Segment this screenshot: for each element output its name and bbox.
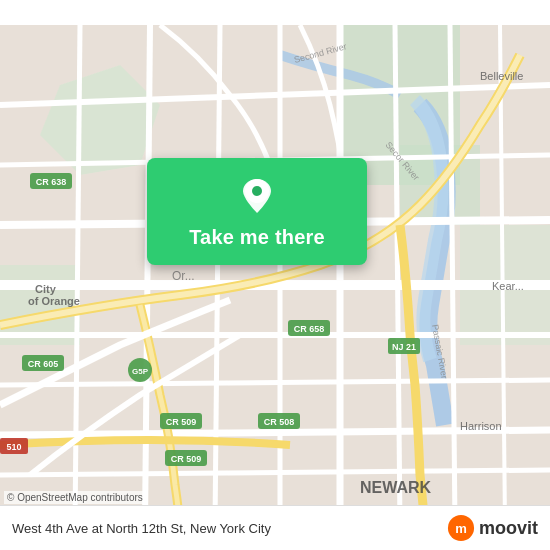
svg-text:CR 605: CR 605: [28, 359, 59, 369]
svg-text:m: m: [455, 521, 467, 536]
svg-text:NJ 21: NJ 21: [392, 342, 416, 352]
cta-card[interactable]: Take me there: [147, 158, 367, 265]
moovit-logo-text: moovit: [479, 518, 538, 539]
svg-text:NEWARK: NEWARK: [360, 479, 432, 496]
svg-text:Belleville: Belleville: [480, 70, 523, 82]
svg-text:Harrison: Harrison: [460, 420, 502, 432]
svg-text:CR 638: CR 638: [36, 177, 67, 187]
location-pin-icon: [235, 174, 279, 218]
svg-text:CR 509: CR 509: [166, 417, 197, 427]
svg-text:510: 510: [6, 442, 21, 452]
svg-text:of Orange: of Orange: [28, 295, 80, 307]
bottom-bar: West 4th Ave at North 12th St, New York …: [0, 505, 550, 550]
location-label: West 4th Ave at North 12th St, New York …: [12, 521, 271, 536]
map-background: CR 638 CR 605 CR 658 CR 509 CR 508 G5P N…: [0, 0, 550, 550]
svg-text:Or...: Or...: [172, 269, 195, 283]
svg-text:CR 658: CR 658: [294, 324, 325, 334]
svg-point-51: [252, 186, 262, 196]
svg-text:City: City: [35, 283, 57, 295]
map-attribution: © OpenStreetMap contributors: [4, 491, 146, 504]
svg-text:Kear...: Kear...: [492, 280, 524, 292]
svg-text:CR 509: CR 509: [171, 454, 202, 464]
svg-text:CR 508: CR 508: [264, 417, 295, 427]
moovit-logo: m moovit: [447, 514, 538, 542]
svg-text:G5P: G5P: [132, 367, 149, 376]
map-container: CR 638 CR 605 CR 658 CR 509 CR 508 G5P N…: [0, 0, 550, 550]
moovit-logo-icon: m: [447, 514, 475, 542]
take-me-there-button[interactable]: Take me there: [189, 226, 325, 249]
